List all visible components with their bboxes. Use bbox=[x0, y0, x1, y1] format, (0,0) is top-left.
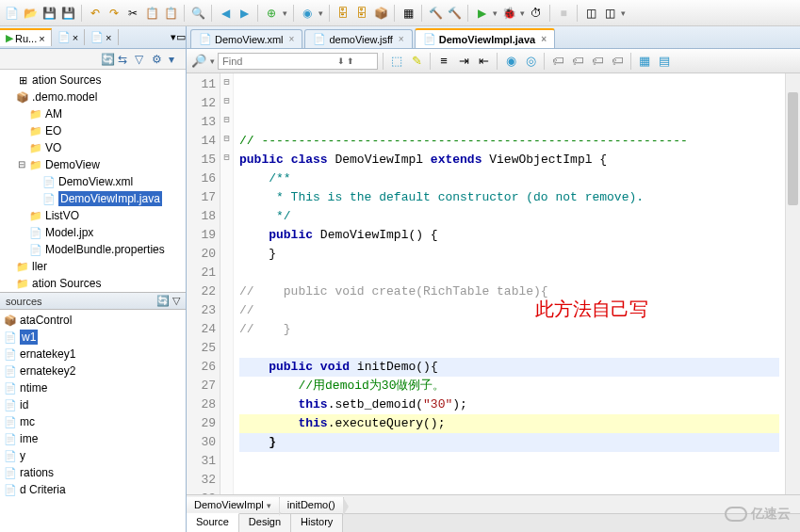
project-tree[interactable]: ⊞ation Sources📦.demo.model📁AM📁EO📁VO⊟📁Dem… bbox=[0, 70, 186, 292]
paste-icon[interactable]: 📋 bbox=[163, 6, 178, 21]
close-icon[interactable]: × bbox=[106, 32, 111, 43]
code-line[interactable]: // -------------------------------------… bbox=[239, 132, 779, 151]
view2-icon[interactable]: ▤ bbox=[656, 53, 673, 70]
fold-marker[interactable]: ⊟ bbox=[220, 130, 233, 149]
code-line[interactable]: } bbox=[239, 433, 779, 452]
editor-tab[interactable]: 📄DemoViewImpl.java× bbox=[415, 28, 555, 48]
code-line[interactable]: // bbox=[239, 301, 779, 320]
tree-item[interactable]: 📄DemoView.xml bbox=[0, 173, 186, 190]
save-all-icon[interactable]: 💾 bbox=[60, 6, 75, 21]
tree-item[interactable]: ⊞ation Sources bbox=[0, 72, 186, 89]
nav-icon[interactable]: ◉ bbox=[300, 6, 315, 21]
new-icon[interactable]: 📄 bbox=[4, 6, 19, 21]
fold-marker[interactable]: ⊟ bbox=[220, 73, 233, 92]
sources-section[interactable]: sources 🔄 ▽ bbox=[0, 292, 186, 310]
debug-icon[interactable]: 🐞 bbox=[501, 6, 516, 21]
breadcrumb[interactable]: DemoViewImpl ▾initDemo() bbox=[187, 494, 800, 513]
forward-icon[interactable]: ▶ bbox=[237, 6, 252, 21]
tree-item[interactable]: 📄ernatekey1 bbox=[0, 346, 186, 363]
ext2-icon[interactable]: ◫ bbox=[602, 6, 617, 21]
build-icon[interactable]: 🔨 bbox=[428, 6, 443, 21]
bookmark4-icon[interactable]: 🏷 bbox=[609, 53, 626, 70]
tree-item[interactable]: 📄ernatekey2 bbox=[0, 363, 186, 379]
tree-item[interactable]: 📁ation Sources bbox=[0, 275, 186, 292]
cut-icon[interactable]: ✂ bbox=[125, 6, 140, 21]
menu-icon[interactable]: ▾ bbox=[169, 53, 182, 66]
nav2-icon[interactable]: ◎ bbox=[522, 53, 539, 70]
fold-marker[interactable]: ⊟ bbox=[220, 92, 233, 111]
stop-icon[interactable]: ■ bbox=[556, 6, 571, 21]
tree-item[interactable]: 📁ListVO bbox=[0, 207, 186, 224]
tree-item[interactable]: 📄w1 bbox=[0, 329, 186, 346]
editor-tab[interactable]: 📄demoView.jsff× bbox=[304, 29, 412, 48]
tree-item[interactable]: 📄d Criteria bbox=[0, 481, 186, 498]
tree-item[interactable]: 📄DemoViewImpl.java bbox=[0, 190, 186, 207]
code-line[interactable]: this.executeQuery(); bbox=[239, 414, 779, 433]
close-icon[interactable]: × bbox=[289, 34, 295, 44]
find-box[interactable]: ⬇ ⬆ bbox=[218, 53, 378, 70]
bookmark3-icon[interactable]: 🏷 bbox=[589, 53, 606, 70]
breadcrumb-item[interactable]: DemoViewImpl ▾ bbox=[187, 497, 280, 512]
sql-icon[interactable]: ▦ bbox=[400, 6, 416, 21]
code-line[interactable] bbox=[239, 339, 779, 358]
binoculars-icon[interactable]: 🔎 bbox=[190, 53, 207, 70]
save-icon[interactable]: 💾 bbox=[41, 6, 57, 21]
code-line[interactable]: // public void create(RichTable table){ bbox=[239, 282, 779, 301]
code-line[interactable]: public void initDemo(){ bbox=[239, 358, 779, 377]
tree-item[interactable]: 📁VO bbox=[0, 139, 186, 156]
outdent-icon[interactable]: ⇤ bbox=[475, 53, 492, 70]
tree-item[interactable]: 📄rations bbox=[0, 464, 186, 481]
search-icon[interactable]: 🔍 bbox=[190, 6, 205, 21]
tree-item[interactable]: 📄ntime bbox=[0, 379, 186, 396]
add-icon[interactable]: ⊕ bbox=[264, 6, 279, 21]
tree-item[interactable]: 📄ModelBundle.properties bbox=[0, 241, 186, 258]
panel-minimize-icon[interactable]: ▭ bbox=[176, 31, 186, 43]
open-icon[interactable]: 📂 bbox=[23, 6, 38, 21]
options-icon[interactable]: ⚙ bbox=[152, 53, 165, 66]
tree-item[interactable]: 📁EO bbox=[0, 122, 186, 139]
profile-icon[interactable]: ⏱ bbox=[529, 6, 544, 21]
reformat-icon[interactable]: ≡ bbox=[435, 53, 452, 70]
code-line[interactable] bbox=[239, 490, 779, 494]
close-icon[interactable]: × bbox=[541, 34, 547, 44]
ext1-icon[interactable]: ◫ bbox=[583, 6, 598, 21]
find-input[interactable] bbox=[222, 56, 335, 67]
close-icon[interactable]: × bbox=[73, 32, 78, 43]
nav1-icon[interactable]: ◉ bbox=[502, 53, 519, 70]
code-line[interactable]: */ bbox=[239, 207, 779, 226]
code-line[interactable]: /** bbox=[239, 169, 779, 188]
tree-item[interactable]: ⊟📁DemoView bbox=[0, 156, 186, 173]
code-line[interactable]: public class DemoViewImpl extends ViewOb… bbox=[239, 151, 779, 169]
bookmark1-icon[interactable]: 🏷 bbox=[549, 53, 566, 70]
db2-icon[interactable]: 🗄 bbox=[354, 6, 369, 21]
tree-item[interactable]: 📄ime bbox=[0, 430, 186, 447]
build2-icon[interactable]: 🔨 bbox=[447, 6, 462, 21]
find-prev-icon[interactable]: ⬆ bbox=[347, 56, 354, 66]
fold-marker[interactable]: ⊟ bbox=[220, 111, 233, 130]
navigator-tab-3[interactable]: 📄 × bbox=[85, 29, 118, 45]
refresh-icon[interactable]: 🔄 bbox=[156, 295, 170, 306]
close-icon[interactable]: × bbox=[399, 34, 404, 44]
tree-item[interactable]: 📄y bbox=[0, 447, 186, 464]
tree-item[interactable]: 📄Model.jpx bbox=[0, 224, 186, 241]
highlight-icon[interactable]: ✎ bbox=[408, 53, 425, 70]
data-controls-tree[interactable]: 📦ataControl📄w1📄ernatekey1📄ernatekey2📄nti… bbox=[0, 310, 186, 532]
code-line[interactable]: // } bbox=[239, 320, 779, 339]
breadcrumb-item[interactable]: initDemo() bbox=[280, 497, 344, 512]
undo-icon[interactable]: ↶ bbox=[88, 6, 103, 21]
bookmark2-icon[interactable]: 🏷 bbox=[569, 53, 586, 70]
tree-item[interactable]: 📄mc bbox=[0, 413, 186, 430]
tree-item[interactable]: 📦.demo.model bbox=[0, 89, 186, 105]
filter-icon[interactable]: ▽ bbox=[172, 295, 180, 306]
tree-item[interactable]: 📁ller bbox=[0, 258, 186, 275]
code-line[interactable] bbox=[239, 452, 779, 471]
bottom-tab-source[interactable]: Source bbox=[187, 513, 239, 532]
code-line[interactable] bbox=[239, 471, 779, 490]
view1-icon[interactable]: ▦ bbox=[636, 53, 653, 70]
code-line[interactable]: //用demoid为30做例子。 bbox=[239, 377, 779, 395]
code-line[interactable] bbox=[239, 264, 779, 282]
code-line[interactable]: this.setb_demoid("30"); bbox=[239, 395, 779, 414]
navigator-tab-2[interactable]: 📄 × bbox=[52, 29, 85, 45]
tree-item[interactable]: 📁AM bbox=[0, 105, 186, 122]
navigator-tab-run[interactable]: ▶ Ru... × bbox=[0, 28, 52, 46]
